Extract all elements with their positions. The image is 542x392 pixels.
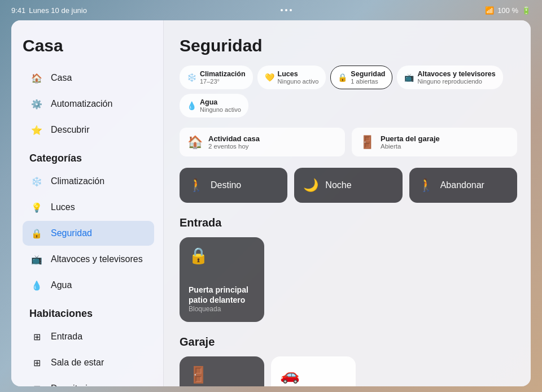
sidebar-item-automatizacion[interactable]: ⚙️ Automatización: [23, 92, 154, 116]
status-time: 9:41: [11, 6, 25, 15]
sidebar-main-items: 🏠 Casa ⚙️ Automatización ⭐ Descubrir: [23, 66, 154, 142]
battery-icon: 🔋: [522, 6, 531, 15]
sidebar: Casa 🏠 Casa ⚙️ Automatización ⭐ Descubri…: [11, 20, 164, 386]
casa-icon: 🏠: [29, 71, 44, 85]
device-grid-garaje: 🚪 Patio delantero Cerrada 🚗 Puerta garaj…: [180, 356, 517, 386]
puerta-principal-name: Puerta principal patio delantero: [189, 285, 255, 305]
tab-agua-icon: 💧: [187, 101, 196, 110]
sidebar-label-dormitorio: Dormitorio: [51, 384, 93, 386]
tab-luces-icon: 💛: [265, 73, 274, 82]
sidebar-label-luces: Luces: [51, 202, 75, 212]
sidebar-item-climatizacion[interactable]: ❄️ Climatización: [23, 169, 154, 194]
puerta-principal-status: Bloqueada: [189, 305, 255, 313]
sidebar-label-descubrir: Descubrir: [51, 125, 89, 135]
garaje-summary-icon: 🚪: [360, 135, 375, 150]
status-center: [281, 9, 292, 11]
dormitorio-icon: ⊞: [29, 381, 44, 386]
sidebar-item-entrada[interactable]: ⊞ Entrada: [23, 324, 154, 349]
sidebar-label-casa: Casa: [51, 73, 72, 83]
status-right: 📶 100 % 🔋: [485, 6, 531, 15]
tab-altavoces-sub: Ninguno reproduciendo: [417, 78, 495, 85]
climatizacion-icon: ❄️: [29, 174, 44, 189]
sidebar-item-dormitorio[interactable]: ⊞ Dormitorio: [23, 376, 154, 386]
tab-agua-sub: Ninguno activo: [200, 106, 241, 113]
status-left: 9:41 Lunes 10 de junio: [11, 6, 87, 15]
sidebar-label-altavoces: Altavoces y televisores: [51, 254, 143, 264]
sidebar-label-sala: Sala de estar: [51, 358, 104, 368]
puerta-principal-icon: 🔒: [189, 246, 255, 265]
main-content: Seguridad ❄️ Climatización 17–23° 💛 Luce…: [164, 20, 531, 386]
sidebar-item-sala[interactable]: ⊞ Sala de estar: [23, 350, 154, 375]
tab-seguridad-sub: 1 abiertas: [351, 78, 385, 85]
sidebar-title: Casa: [23, 36, 154, 55]
tab-luces-sub: Ninguno activo: [278, 78, 319, 85]
status-bar: 9:41 Lunes 10 de junio 📶 100 % 🔋: [0, 0, 542, 20]
tab-altavoces-label: Altavoces y televisores: [417, 70, 495, 78]
sidebar-label-agua: Agua: [51, 280, 72, 290]
device-grid-entrada: 🔒 Puerta principal patio delantero Bloqu…: [180, 237, 517, 322]
noche-label: Noche: [325, 180, 351, 190]
sidebar-item-descubrir[interactable]: ⭐ Descubrir: [23, 117, 154, 142]
scene-row: 🚶 Destino 🌙 Noche 🚶 Abandonar: [180, 168, 517, 203]
scene-btn-destino[interactable]: 🚶 Destino: [180, 168, 287, 203]
summary-card-actividad[interactable]: 🏠 Actividad casa 2 eventos hoy: [180, 128, 345, 156]
habitaciones-title: Habitaciones: [29, 308, 154, 320]
actividad-label: Actividad casa: [208, 134, 260, 143]
sidebar-label-entrada: Entrada: [51, 332, 82, 342]
section-entrada-label: Entrada: [180, 216, 517, 229]
dot-3: [290, 9, 292, 11]
tab-altavoces-icon: 📺: [404, 73, 414, 82]
tab-seguridad-label: Seguridad: [351, 70, 385, 78]
patio-icon: 🚪: [189, 365, 255, 384]
device-card-puerta-principal[interactable]: 🔒 Puerta principal patio delantero Bloqu…: [180, 237, 264, 322]
tab-altavoces[interactable]: 📺 Altavoces y televisores Ninguno reprod…: [397, 66, 502, 89]
destino-label: Destino: [211, 180, 241, 190]
agua-icon: 💧: [29, 278, 44, 293]
tab-luces[interactable]: 💛 Luces Ninguno activo: [257, 66, 326, 89]
tab-luces-label: Luces: [278, 70, 319, 78]
sidebar-item-luces[interactable]: 💡 Luces: [23, 195, 154, 220]
sidebar-item-seguridad[interactable]: 🔒 Seguridad: [23, 221, 154, 246]
garaje-label: Puerta del garaje: [381, 134, 440, 143]
tab-seguridad[interactable]: 🔒 Seguridad 1 abiertas: [330, 66, 392, 89]
app-container: Casa 🏠 Casa ⚙️ Automatización ⭐ Descubri…: [11, 20, 531, 386]
scene-btn-noche[interactable]: 🌙 Noche: [294, 168, 402, 203]
altavoces-icon: 📺: [29, 252, 44, 267]
sidebar-item-agua[interactable]: 💧 Agua: [23, 273, 154, 298]
descubrir-icon: ⭐: [29, 123, 44, 137]
tab-climatizacion-label: Climatización: [200, 70, 246, 78]
actividad-icon: 🏠: [187, 135, 203, 150]
noche-icon: 🌙: [303, 178, 318, 193]
category-tabs: ❄️ Climatización 17–23° 💛 Luces Ninguno …: [180, 66, 517, 117]
abandonar-icon: 🚶: [418, 178, 434, 193]
device-card-puerta-garaje[interactable]: 🚗 Puerta garaje patio delantero Abierta: [271, 356, 356, 386]
categorias-title: Categorías: [29, 153, 154, 164]
sidebar-item-altavoces[interactable]: 📺 Altavoces y televisores: [23, 247, 154, 272]
sidebar-item-casa[interactable]: 🏠 Casa: [23, 66, 154, 90]
sala-icon: ⊞: [29, 355, 44, 370]
tab-agua-label: Agua: [200, 98, 241, 106]
garaje-sub: Abierta: [381, 143, 440, 150]
dot-2: [285, 9, 287, 11]
wifi-icon: 📶: [485, 6, 494, 15]
automatizacion-icon: ⚙️: [29, 97, 44, 111]
sidebar-label-automatizacion: Automatización: [51, 99, 112, 109]
tab-agua[interactable]: 💧 Agua Ninguno activo: [180, 94, 248, 117]
abandonar-label: Abandonar: [440, 180, 484, 190]
sidebar-habitaciones: ⊞ Entrada ⊞ Sala de estar ⊞ Dormitorio ⊞…: [23, 324, 154, 386]
tab-seguridad-icon: 🔒: [338, 73, 347, 82]
tab-climatizacion[interactable]: ❄️ Climatización 17–23°: [180, 66, 253, 89]
status-date: Lunes 10 de junio: [29, 6, 87, 15]
actividad-sub: 2 eventos hoy: [208, 143, 260, 150]
luces-icon: 💡: [29, 200, 44, 215]
scene-btn-abandonar[interactable]: 🚶 Abandonar: [409, 168, 517, 203]
section-garaje-label: Garaje: [180, 336, 517, 349]
sidebar-label-climatizacion: Climatización: [51, 176, 104, 186]
dot-1: [281, 9, 283, 11]
sidebar-categories: ❄️ Climatización 💡 Luces 🔒 Seguridad 📺 A…: [23, 169, 154, 298]
entrada-room-icon: ⊞: [29, 329, 44, 344]
destino-icon: 🚶: [189, 178, 204, 193]
summary-card-garaje[interactable]: 🚪 Puerta del garaje Abierta: [352, 128, 517, 156]
device-card-patio-delantero[interactable]: 🚪 Patio delantero Cerrada: [180, 356, 264, 386]
seguridad-icon: 🔒: [29, 226, 44, 241]
